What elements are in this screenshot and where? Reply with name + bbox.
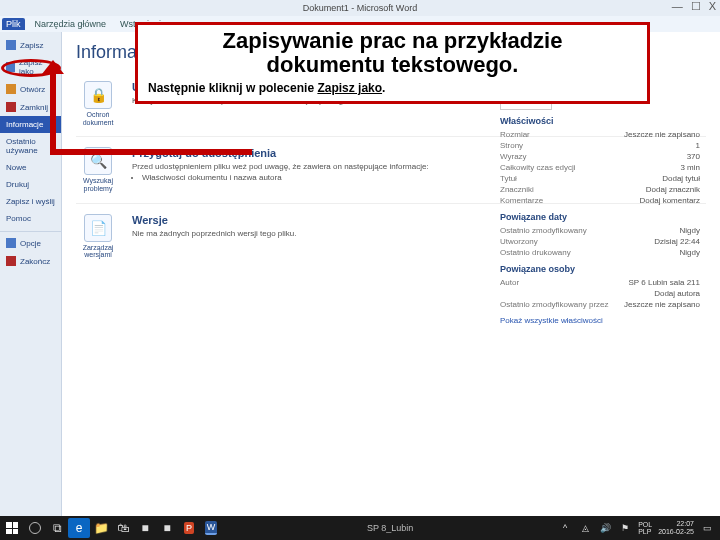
prop-key: Ostatnio zmodyfikowany przez	[500, 300, 609, 309]
prop-row: Całkowity czas edycji3 min	[500, 162, 700, 173]
tray-icon[interactable]: ⚑	[618, 518, 632, 538]
icon-caption: Zarządzaj wersjami	[76, 244, 120, 259]
nav-nowe[interactable]: Nowe	[0, 159, 61, 176]
prop-key: Rozmiar	[500, 130, 530, 139]
show-all-properties-link[interactable]: Pokaż wszystkie właściwości	[500, 316, 700, 325]
prop-key: Całkowity czas edycji	[500, 163, 576, 172]
tab-narzedzia-glowne[interactable]: Narzędzia główne	[31, 18, 111, 30]
backstage: Zapisz Zapisz jako Otwórz Zamknij Inform…	[0, 32, 720, 516]
cortana-icon[interactable]	[24, 518, 46, 538]
start-button[interactable]	[0, 516, 24, 540]
clock[interactable]: 22:07 2016-02-25	[658, 520, 694, 535]
backstage-main: Informacje 🔒 Ochroń dokument Uprawnienia…	[62, 32, 720, 516]
prop-val[interactable]: Dodaj znacznik	[646, 185, 700, 194]
arrow-head	[42, 60, 64, 74]
task-view-icon[interactable]: ⧉	[46, 518, 68, 538]
nav-zakoncz[interactable]: Zakończ	[0, 252, 61, 270]
minimize-button[interactable]: —	[672, 0, 683, 13]
prop-row: TytułDodaj tytuł	[500, 173, 700, 184]
open-icon	[6, 84, 16, 94]
prop-val: Nigdy	[680, 226, 700, 235]
close-button[interactable]: X	[709, 0, 716, 13]
system-tray: ^ ◬ 🔊 ⚑ POL PLP 22:07 2016-02-25 ▭	[558, 518, 720, 538]
prop-row: Wyrazy370	[500, 151, 700, 162]
prop-row: Ostatnio drukowanyNigdy	[500, 247, 700, 258]
edge-icon[interactable]: e	[68, 518, 90, 538]
icon-caption: Wyszukaj problemy	[76, 177, 120, 192]
save-icon	[6, 40, 16, 50]
nav-label: Zapisz i wyślij	[6, 197, 55, 206]
windows-logo-icon	[6, 522, 18, 534]
language-indicator[interactable]: POL PLP	[638, 518, 652, 538]
save-as-icon	[6, 62, 15, 72]
file-explorer-icon[interactable]: 📁	[90, 518, 112, 538]
taskbar: ⧉ e 📁 🛍 ■ ■ P W SP 8_Lubin ^ ◬ 🔊 ⚑ POL P…	[0, 516, 720, 540]
nav-zapisz[interactable]: Zapisz	[0, 36, 61, 54]
instruction-callout: Zapisywanie prac na przykładzie dokument…	[135, 22, 650, 104]
nav-label: Pomoc	[6, 214, 31, 223]
prop-row: ZnacznikiDodaj znacznik	[500, 184, 700, 195]
nav-label: Drukuj	[6, 180, 29, 189]
arrow-vertical	[50, 70, 56, 155]
app-icon[interactable]: ■	[134, 518, 156, 538]
nav-label: Ostatnio używane	[6, 137, 55, 155]
exit-icon	[6, 256, 16, 266]
bullet-item: Właściwości dokumentu i nazwa autora	[142, 173, 429, 183]
prop-val: 370	[687, 152, 700, 161]
props-heading: Powiązane osoby	[500, 264, 700, 274]
volume-icon[interactable]: 🔊	[598, 518, 612, 538]
versions-icon: 📄	[84, 214, 112, 242]
prop-row: AutorSP 6 Lubin sala 211	[500, 277, 700, 288]
nav-label: Zapisz	[20, 41, 44, 50]
maximize-button[interactable]: ☐	[691, 0, 701, 13]
manage-versions-button[interactable]: 📄 Zarządzaj wersjami	[76, 214, 120, 259]
instr-underlined: Zapisz jako	[317, 81, 382, 95]
nav-drukuj[interactable]: Drukuj	[0, 176, 61, 193]
section-heading: Wersje	[132, 214, 297, 226]
arrow-horizontal	[50, 149, 252, 155]
window-controls: — ☐ X	[672, 0, 716, 13]
prop-key: Strony	[500, 141, 523, 150]
title-bar: Dokument1 - Microsoft Word — ☐ X	[0, 0, 720, 16]
prop-key: Autor	[500, 278, 519, 287]
options-icon	[6, 238, 16, 248]
prop-row: Strony1	[500, 140, 700, 151]
prop-row: UtworzonyDzisiaj 22:44	[500, 236, 700, 247]
section-desc: Przed udostępnieniem pliku weź pod uwagę…	[132, 162, 429, 172]
word-window: Dokument1 - Microsoft Word — ☐ X Plik Na…	[0, 0, 720, 540]
network-icon[interactable]: ◬	[578, 518, 592, 538]
lock-icon: 🔒	[84, 81, 112, 109]
prop-key: Utworzony	[500, 237, 538, 246]
nav-label: Zamknij	[20, 103, 48, 112]
icon-caption: Ochroń dokument	[76, 111, 120, 126]
prop-val[interactable]: Dodaj autora	[654, 289, 700, 298]
taskbar-center-text: SP 8_Lubin	[222, 523, 558, 533]
tab-plik[interactable]: Plik	[2, 18, 25, 30]
prop-val[interactable]: Dodaj tytuł	[662, 174, 700, 183]
props-heading: Powiązane daty	[500, 212, 700, 222]
nav-pomoc[interactable]: Pomoc	[0, 210, 61, 227]
instr-period: .	[382, 81, 385, 95]
prop-key: Ostatnio zmodyfikowany	[500, 226, 587, 235]
section-desc: Nie ma żadnych poprzednich wersji tego p…	[132, 229, 297, 239]
prop-val[interactable]: Dodaj komentarz	[640, 196, 700, 205]
prop-val: 1	[696, 141, 700, 150]
chevron-up-icon[interactable]: ^	[558, 518, 572, 538]
action-center-icon[interactable]: ▭	[700, 518, 714, 538]
app-icon[interactable]: ■	[156, 518, 178, 538]
section-body: Wersje Nie ma żadnych poprzednich wersji…	[132, 214, 297, 259]
prop-row: Ostatnio zmodyfikowany przezJeszcze nie …	[500, 299, 700, 310]
nav-label: Otwórz	[20, 85, 45, 94]
close-file-icon	[6, 102, 16, 112]
nav-opcje[interactable]: Opcje	[0, 231, 61, 252]
callout-instruction: Następnie kliknij w polecenie Zapisz jak…	[148, 81, 637, 95]
nav-zapisz-i-wyslij[interactable]: Zapisz i wyślij	[0, 193, 61, 210]
word-icon[interactable]: W	[200, 518, 222, 538]
clock-time: 22:07	[676, 520, 694, 528]
clock-date: 2016-02-25	[658, 528, 694, 536]
powerpoint-icon[interactable]: P	[178, 518, 200, 538]
nav-label: Nowe	[6, 163, 26, 172]
protect-document-button[interactable]: 🔒 Ochroń dokument	[76, 81, 120, 126]
callout-title-line: Zapisywanie prac na przykładzie	[148, 29, 637, 53]
store-icon[interactable]: 🛍	[112, 518, 134, 538]
